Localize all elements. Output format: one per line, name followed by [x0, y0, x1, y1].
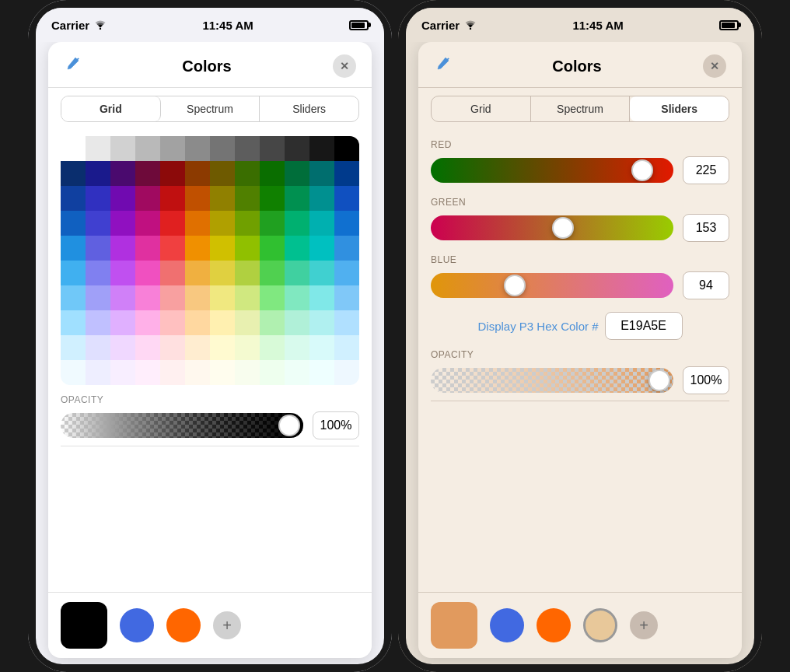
color-cell[interactable]	[61, 186, 86, 211]
color-grid[interactable]	[61, 136, 359, 385]
color-cell[interactable]	[260, 211, 285, 236]
color-cell[interactable]	[135, 360, 160, 385]
color-cell[interactable]	[285, 285, 309, 310]
color-cell[interactable]	[260, 285, 285, 310]
color-cell[interactable]	[135, 285, 160, 310]
color-cell[interactable]	[235, 186, 260, 211]
tab-sliders-2[interactable]: Sliders	[630, 96, 729, 121]
color-cell[interactable]	[110, 360, 135, 385]
color-cell[interactable]	[110, 261, 135, 285]
color-cell[interactable]	[210, 186, 235, 211]
color-cell[interactable]	[285, 161, 309, 186]
color-cell[interactable]	[210, 285, 235, 310]
color-cell[interactable]	[160, 136, 185, 161]
color-cell[interactable]	[285, 211, 309, 236]
color-cell[interactable]	[160, 261, 185, 285]
color-cell[interactable]	[86, 161, 110, 186]
color-cell[interactable]	[309, 211, 334, 236]
color-cell[interactable]	[185, 186, 210, 211]
color-cell[interactable]	[285, 360, 309, 385]
color-cell[interactable]	[61, 136, 86, 161]
color-cell[interactable]	[260, 161, 285, 186]
color-cell[interactable]	[61, 285, 86, 310]
color-cell[interactable]	[309, 360, 334, 385]
opacity-track-2[interactable]	[431, 368, 673, 393]
color-cell[interactable]	[86, 360, 110, 385]
color-cell[interactable]	[185, 335, 210, 360]
green-track[interactable]	[431, 215, 673, 240]
color-cell[interactable]	[185, 211, 210, 236]
color-cell[interactable]	[235, 261, 260, 285]
color-cell[interactable]	[160, 335, 185, 360]
color-cell[interactable]	[160, 310, 185, 335]
color-cell[interactable]	[334, 211, 359, 236]
color-cell[interactable]	[61, 211, 86, 236]
color-cell[interactable]	[86, 211, 110, 236]
color-cell[interactable]	[185, 161, 210, 186]
color-cell[interactable]	[285, 186, 309, 211]
color-cell[interactable]	[309, 261, 334, 285]
color-cell[interactable]	[210, 236, 235, 261]
color-cell[interactable]	[334, 236, 359, 261]
color-cell[interactable]	[160, 360, 185, 385]
color-cell[interactable]	[110, 236, 135, 261]
color-cell[interactable]	[110, 285, 135, 310]
color-cell[interactable]	[260, 136, 285, 161]
color-cell[interactable]	[160, 211, 185, 236]
color-cell[interactable]	[260, 236, 285, 261]
color-cell[interactable]	[61, 360, 86, 385]
color-cell[interactable]	[235, 285, 260, 310]
tab-spectrum-1[interactable]: Spectrum	[161, 96, 260, 121]
add-swatch-button-2[interactable]: +	[630, 611, 658, 639]
color-cell[interactable]	[309, 236, 334, 261]
color-cell[interactable]	[285, 236, 309, 261]
color-cell[interactable]	[210, 310, 235, 335]
color-cell[interactable]	[86, 136, 110, 161]
swatch-circle-4[interactable]	[537, 608, 571, 642]
color-cell[interactable]	[260, 186, 285, 211]
color-cell[interactable]	[285, 310, 309, 335]
color-cell[interactable]	[61, 261, 86, 285]
color-cell[interactable]	[309, 335, 334, 360]
color-cell[interactable]	[135, 261, 160, 285]
eyedropper-button-2[interactable]	[434, 55, 451, 77]
color-cell[interactable]	[334, 285, 359, 310]
color-cell[interactable]	[210, 211, 235, 236]
swatch-circle-5[interactable]	[583, 608, 617, 642]
color-cell[interactable]	[86, 236, 110, 261]
color-cell[interactable]	[185, 136, 210, 161]
color-cell[interactable]	[334, 136, 359, 161]
color-cell[interactable]	[185, 236, 210, 261]
color-cell[interactable]	[260, 335, 285, 360]
color-cell[interactable]	[185, 310, 210, 335]
color-cell[interactable]	[110, 211, 135, 236]
hex-value[interactable]: E19A5E	[605, 312, 683, 340]
tab-grid-1[interactable]: Grid	[61, 96, 161, 121]
color-cell[interactable]	[135, 186, 160, 211]
opacity-thumb-1[interactable]	[278, 415, 300, 436]
color-cell[interactable]	[309, 186, 334, 211]
color-cell[interactable]	[334, 335, 359, 360]
color-cell[interactable]	[86, 335, 110, 360]
tab-spectrum-2[interactable]: Spectrum	[531, 96, 631, 121]
color-cell[interactable]	[160, 285, 185, 310]
color-cell[interactable]	[61, 335, 86, 360]
color-cell[interactable]	[185, 261, 210, 285]
color-cell[interactable]	[86, 261, 110, 285]
color-cell[interactable]	[285, 261, 309, 285]
color-cell[interactable]	[86, 186, 110, 211]
add-swatch-button-1[interactable]: +	[213, 611, 241, 639]
color-cell[interactable]	[210, 261, 235, 285]
color-cell[interactable]	[135, 211, 160, 236]
color-cell[interactable]	[334, 310, 359, 335]
close-button-1[interactable]: ✕	[333, 54, 356, 78]
color-cell[interactable]	[110, 335, 135, 360]
color-cell[interactable]	[61, 236, 86, 261]
color-cell[interactable]	[334, 161, 359, 186]
color-cell[interactable]	[235, 335, 260, 360]
swatch-circle-1[interactable]	[120, 608, 154, 642]
red-thumb[interactable]	[631, 159, 653, 181]
color-cell[interactable]	[110, 186, 135, 211]
current-swatch-1[interactable]	[61, 602, 107, 649]
color-cell[interactable]	[235, 360, 260, 385]
